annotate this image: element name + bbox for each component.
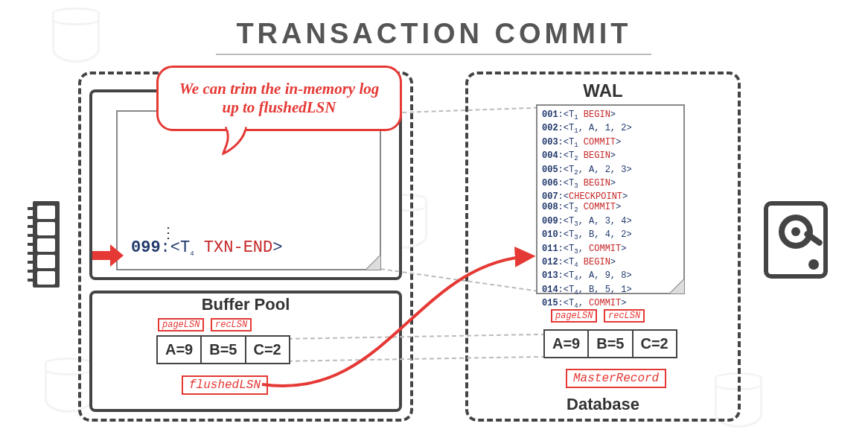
slide-title: TRANSACTION COMMIT: [0, 18, 868, 50]
callout-bubble: We can trim the in-memory log up to flus…: [156, 66, 402, 131]
db-recLSN-chip: recLSN: [604, 309, 645, 323]
db-pageLSN-chip: pageLSN: [551, 309, 597, 323]
ram-icon: [28, 201, 65, 288]
buffer-pool-label: Buffer Pool: [92, 295, 399, 314]
callout-text: We can trim the in-memory log up to flus…: [170, 80, 388, 117]
wal-disk-sheet: 001:<T1 BEGIN>002:<T1, A, 1, 2>003:<T1 C…: [536, 104, 685, 294]
append-arrow-icon: [92, 244, 125, 267]
buffer-recLSN-chip: recLSN: [211, 318, 252, 331]
wal-buffer-log: 099:<T4 TXN-END>: [131, 243, 282, 259]
wal-disk-label: WAL: [465, 80, 741, 101]
buffer-pool-page: A=9B=5C=2: [156, 335, 290, 364]
database-label: Database: [465, 395, 741, 414]
buffer-pageLSN-chip: pageLSN: [158, 318, 204, 331]
wal-disk-log: 001:<T1 BEGIN>002:<T1, A, 1, 2>003:<T1 C…: [542, 110, 632, 311]
disk-icon: [764, 201, 828, 279]
masterRecord-chip: MasterRecord: [566, 369, 666, 388]
title-divider: [216, 54, 651, 55]
database-page: A=9B=5C=2: [543, 329, 677, 358]
callout-tail-icon: [223, 128, 252, 153]
flushedLSN-chip: flushedLSN: [182, 375, 268, 395]
